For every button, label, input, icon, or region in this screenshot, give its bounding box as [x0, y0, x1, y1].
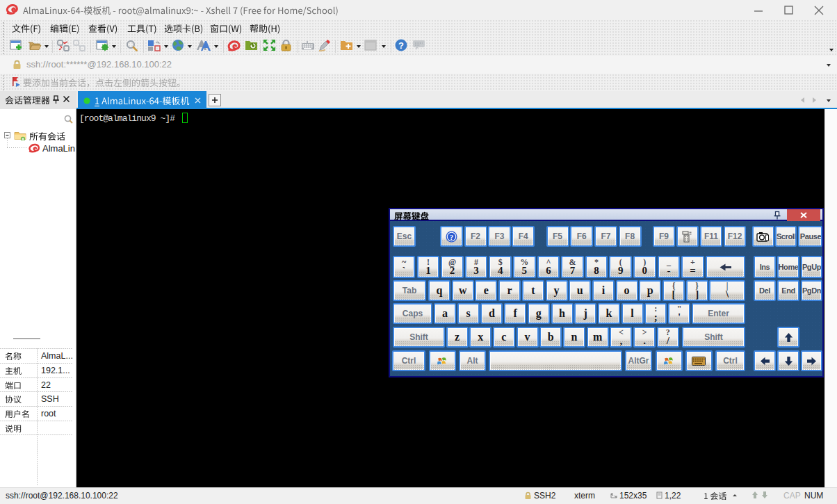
svg-text:?: ? [450, 232, 454, 241]
svg-text:?: ? [398, 40, 404, 51]
